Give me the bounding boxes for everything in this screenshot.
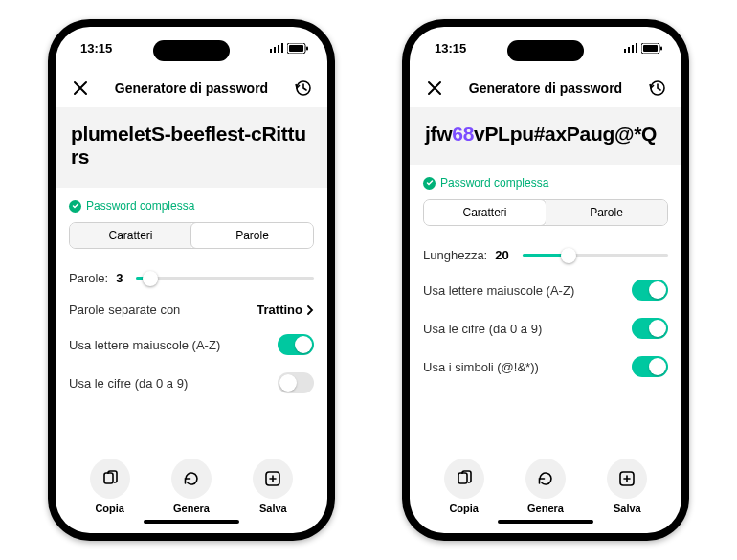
plus-square-icon bbox=[618, 470, 636, 487]
generated-password[interactable]: jfw68vPLpu#axPaug@*Q bbox=[425, 123, 666, 146]
history-icon bbox=[294, 79, 311, 97]
strength-indicator: Password complessa bbox=[423, 176, 668, 190]
check-circle-icon bbox=[423, 177, 436, 190]
copy-button[interactable]: Copia bbox=[444, 459, 484, 514]
svg-rect-10 bbox=[624, 49, 626, 53]
history-button[interactable] bbox=[645, 77, 668, 100]
strength-label: Password complessa bbox=[86, 199, 194, 213]
history-icon bbox=[648, 79, 665, 97]
generate-button[interactable]: Genera bbox=[525, 459, 566, 514]
strength-indicator: Password complessa bbox=[69, 199, 314, 213]
generate-button[interactable]: Genera bbox=[171, 459, 212, 514]
home-indicator[interactable] bbox=[144, 520, 239, 524]
segment-words[interactable]: Parole bbox=[190, 222, 314, 249]
nav-bar: Generatore di password bbox=[410, 69, 681, 107]
copy-label: Copia bbox=[449, 503, 479, 514]
refresh-icon bbox=[183, 470, 200, 487]
word-count-label: Parole: bbox=[69, 271, 108, 285]
digits-toggle[interactable] bbox=[632, 318, 668, 339]
mode-segmented-control[interactable]: Caratteri Parole bbox=[423, 199, 668, 226]
svg-rect-2 bbox=[278, 45, 279, 53]
uppercase-label: Usa lettere maiuscole (A-Z) bbox=[69, 338, 220, 352]
svg-rect-11 bbox=[628, 47, 630, 53]
nav-title: Generatore di password bbox=[469, 80, 622, 96]
row-digits: Usa le cifre (da 0 a 9) bbox=[69, 364, 314, 402]
save-button[interactable]: Salva bbox=[253, 459, 293, 514]
plus-square-icon bbox=[264, 470, 281, 487]
word-count-slider[interactable] bbox=[136, 277, 314, 280]
status-right bbox=[270, 43, 308, 54]
row-separator[interactable]: Parole separate con Trattino bbox=[69, 294, 314, 325]
svg-rect-0 bbox=[270, 49, 272, 53]
phone-frame-right: 13:15 Generatore di password jfw68vPLpu#… bbox=[402, 19, 689, 541]
svg-rect-5 bbox=[289, 45, 303, 52]
save-label: Salva bbox=[614, 503, 641, 514]
close-icon bbox=[427, 80, 442, 96]
screen: 13:15 Generatore di password plumeletS-b… bbox=[56, 27, 327, 533]
status-time: 13:15 bbox=[435, 41, 466, 56]
history-button[interactable] bbox=[291, 77, 314, 100]
svg-rect-13 bbox=[636, 43, 637, 53]
save-button[interactable]: Salva bbox=[607, 459, 647, 514]
nav-bar: Generatore di password bbox=[56, 69, 327, 107]
svg-rect-18 bbox=[458, 473, 467, 483]
options-panel: Password complessa Caratteri Parole Paro… bbox=[56, 188, 327, 451]
bottom-actions: Copia Genera Salva bbox=[56, 451, 327, 533]
row-uppercase: Usa lettere maiuscole (A-Z) bbox=[69, 325, 314, 364]
copy-label: Copia bbox=[95, 503, 124, 514]
options-panel: Password complessa Caratteri Parole Lung… bbox=[410, 165, 681, 451]
dynamic-island bbox=[153, 40, 230, 61]
generate-label: Genera bbox=[527, 503, 564, 514]
password-display: plumeletS-beeflest-cRitturs bbox=[56, 107, 327, 188]
strength-label: Password complessa bbox=[440, 176, 548, 190]
check-circle-icon bbox=[69, 200, 81, 213]
close-button[interactable] bbox=[423, 77, 446, 100]
digits-label: Usa le cifre (da 0 a 9) bbox=[423, 322, 542, 336]
row-symbols: Usa i simboli (@!&*)) bbox=[423, 347, 668, 386]
svg-rect-6 bbox=[306, 46, 308, 50]
close-icon bbox=[73, 80, 88, 96]
slider-thumb[interactable] bbox=[143, 271, 158, 286]
segment-characters[interactable]: Caratteri bbox=[70, 223, 191, 248]
generate-label: Genera bbox=[173, 503, 210, 514]
svg-rect-15 bbox=[643, 45, 658, 52]
row-word-count: Parole: 3 bbox=[69, 262, 314, 294]
segment-characters[interactable]: Caratteri bbox=[423, 199, 547, 226]
symbols-toggle[interactable] bbox=[632, 356, 668, 377]
save-label: Salva bbox=[259, 503, 287, 514]
separator-label: Parole separate con bbox=[69, 302, 180, 317]
generated-password[interactable]: plumeletS-beeflest-cRitturs bbox=[71, 123, 312, 168]
length-label: Lunghezza: bbox=[423, 248, 487, 262]
uppercase-label: Usa lettere maiuscole (A-Z) bbox=[423, 283, 574, 298]
uppercase-toggle[interactable] bbox=[632, 280, 668, 301]
mode-segmented-control[interactable]: Caratteri Parole bbox=[69, 222, 314, 249]
status-right bbox=[624, 43, 662, 54]
copy-button[interactable]: Copia bbox=[90, 459, 130, 514]
symbols-label: Usa i simboli (@!&*)) bbox=[423, 360, 539, 374]
svg-rect-16 bbox=[660, 46, 662, 50]
home-indicator[interactable] bbox=[498, 520, 593, 524]
phone-frame-left: 13:15 Generatore di password plumeletS-b… bbox=[48, 19, 335, 541]
close-button[interactable] bbox=[69, 77, 92, 100]
copy-icon bbox=[456, 470, 473, 487]
segment-words[interactable]: Parole bbox=[546, 200, 667, 225]
chevron-right-icon bbox=[306, 304, 314, 316]
row-length: Lunghezza: 20 bbox=[423, 239, 668, 271]
uppercase-toggle[interactable] bbox=[278, 334, 314, 355]
digits-toggle[interactable] bbox=[278, 372, 314, 393]
battery-icon bbox=[287, 43, 308, 54]
separator-value[interactable]: Trattino bbox=[257, 302, 314, 317]
svg-rect-3 bbox=[281, 43, 283, 53]
word-count-value: 3 bbox=[116, 271, 123, 285]
dynamic-island bbox=[507, 40, 584, 61]
row-uppercase: Usa lettere maiuscole (A-Z) bbox=[423, 271, 668, 309]
password-display: jfw68vPLpu#axPaug@*Q bbox=[410, 107, 681, 165]
signal-icon bbox=[270, 43, 284, 53]
battery-icon bbox=[641, 43, 662, 54]
length-slider[interactable] bbox=[523, 254, 668, 257]
screen: 13:15 Generatore di password jfw68vPLpu#… bbox=[410, 27, 681, 533]
slider-thumb[interactable] bbox=[561, 248, 576, 263]
row-digits: Usa le cifre (da 0 a 9) bbox=[423, 309, 668, 347]
svg-rect-8 bbox=[104, 473, 113, 483]
signal-icon bbox=[624, 43, 638, 53]
